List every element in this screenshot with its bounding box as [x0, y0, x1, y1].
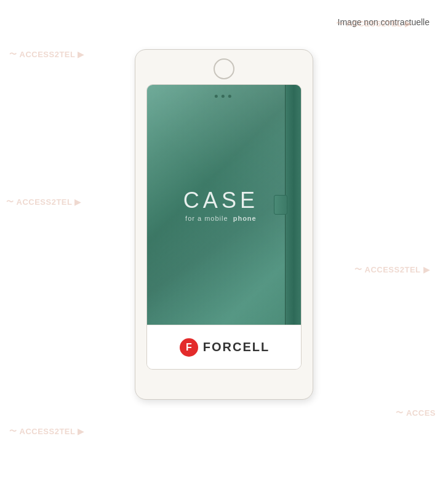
- watermark-wave-icon: 〜: [336, 18, 344, 29]
- case-dot-2: [222, 95, 225, 98]
- case-text-overlay: CASE for a mobile phone: [183, 188, 258, 222]
- watermark-arrow-icon-3: ▶: [74, 197, 81, 207]
- case-main-text: CASE: [183, 188, 258, 213]
- case-visual: CASE for a mobile phone: [147, 85, 302, 325]
- case-clasp: [274, 195, 287, 215]
- inner-card: CASE for a mobile phone F FORCELL: [146, 84, 302, 370]
- watermark-top-left: 〜 ACCESS2TEL ▶: [9, 49, 84, 60]
- watermark-arrow-icon-4: ▶: [423, 265, 430, 274]
- blister-pack: CASE for a mobile phone F FORCELL: [135, 49, 313, 400]
- forcell-icon-letter: F: [186, 342, 192, 353]
- page-container: Image non contractuelle 〜 ACCESS2TEL ▶ 〜…: [0, 0, 448, 492]
- watermark-arrow-icon-2: ▶: [78, 50, 84, 59]
- watermark-wave-icon-3: 〜: [6, 197, 14, 207]
- case-dots: [215, 95, 231, 98]
- watermark-text-3: ACCESS2TEL: [17, 197, 73, 207]
- watermark-mid-left: 〜 ACCESS2TEL ▶: [6, 197, 81, 207]
- watermark-wave-icon-5: 〜: [9, 426, 17, 437]
- case-dot-1: [215, 95, 218, 98]
- case-sub-text: for a mobile phone: [183, 215, 258, 222]
- watermark-text-2: ACCESS2TEL: [20, 50, 76, 59]
- packaging-wrapper: CASE for a mobile phone F FORCELL: [135, 49, 313, 400]
- watermark-top-right: 〜 ACCESS2TEL ▶: [336, 18, 411, 29]
- case-spine: [285, 85, 302, 325]
- forcell-logo: F FORCELL: [180, 338, 270, 357]
- case-sub-bold: phone: [233, 215, 257, 222]
- watermark-wave-icon-6: 〜: [396, 408, 404, 418]
- watermark-bot-right: 〜 ACCES: [396, 408, 436, 418]
- case-dot-3: [228, 95, 231, 98]
- watermark-text: ACCESS2TEL: [346, 19, 402, 28]
- brand-area: F FORCELL: [147, 325, 302, 369]
- watermark-text-6: ACCES: [406, 408, 436, 418]
- watermark-wave-icon-4: 〜: [354, 264, 362, 275]
- watermark-wave-icon-2: 〜: [9, 49, 17, 60]
- forcell-icon: F: [180, 338, 198, 357]
- watermark-bot-left: 〜 ACCESS2TEL ▶: [9, 426, 84, 437]
- case-sub-regular: for a mobile: [185, 215, 228, 222]
- watermark-arrow-icon: ▶: [405, 19, 412, 28]
- forcell-brand-name: FORCELL: [203, 340, 270, 354]
- watermark-text-5: ACCESS2TEL: [20, 427, 76, 436]
- watermark-mid-right: 〜 ACCESS2TEL ▶: [354, 264, 430, 275]
- hang-hole: [214, 58, 234, 79]
- watermark-arrow-icon-5: ▶: [78, 427, 84, 436]
- watermark-text-4: ACCESS2TEL: [365, 265, 421, 274]
